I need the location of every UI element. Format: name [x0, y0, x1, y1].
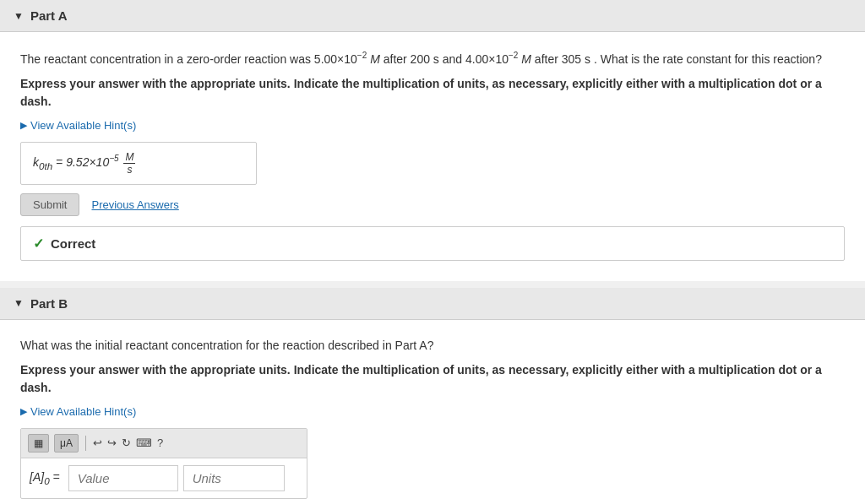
- part-a-prev-answers-link[interactable]: Previous Answers: [91, 198, 178, 211]
- toolbar-keyboard-icon[interactable]: ⌨: [136, 436, 152, 449]
- toolbar-separator-1: [85, 436, 86, 451]
- part-a-submit-button[interactable]: Submit: [20, 193, 79, 216]
- part-a-hint-link[interactable]: ▶ View Available Hint(s): [20, 119, 845, 132]
- part-a-question: The reactant concentration in a zero-ord…: [20, 49, 845, 68]
- toolbar-help-icon[interactable]: ?: [157, 436, 163, 449]
- part-a-content: The reactant concentration in a zero-ord…: [0, 32, 865, 281]
- part-b-hint-link[interactable]: ▶ View Available Hint(s): [20, 405, 845, 418]
- part-a-header: ▼ Part A: [0, 0, 865, 32]
- part-a-correct-box: ✓ Correct: [20, 226, 845, 261]
- part-b-hint-arrow: ▶: [20, 406, 27, 417]
- part-b-input-label: [A]0 =: [30, 470, 60, 486]
- correct-checkmark: ✓: [33, 236, 44, 252]
- correct-text: Correct: [51, 236, 95, 251]
- part-b-question: What was the initial reactant concentrat…: [20, 337, 845, 355]
- toolbar-mu-button[interactable]: μA: [54, 434, 79, 453]
- toolbar-redo-icon[interactable]: ↪: [107, 436, 117, 449]
- part-b-hint-label: View Available Hint(s): [30, 405, 136, 418]
- part-a-hint-arrow: ▶: [20, 120, 27, 131]
- part-b-units-input[interactable]: [183, 465, 285, 491]
- toolbar-refresh-icon[interactable]: ↻: [122, 436, 131, 449]
- part-b-input-area: ▦ μA ↩ ↪ ↻ ⌨ ? [A]0 =: [20, 428, 307, 499]
- part-b-title: Part B: [30, 296, 68, 311]
- part-a-hint-label: View Available Hint(s): [30, 119, 136, 132]
- matrix-icon: ▦: [34, 437, 43, 449]
- part-b-value-input[interactable]: [68, 465, 178, 491]
- part-b-content: What was the initial reactant concentrat…: [0, 320, 865, 504]
- part-b-section: ▼ Part B What was the initial reactant c…: [0, 288, 865, 504]
- page-container: ▼ Part A The reactant concentration in a…: [0, 0, 865, 504]
- part-b-instruction: Express your answer with the appropriate…: [20, 361, 845, 397]
- part-a-formula: k0th = 9.52×10−5 M s: [33, 155, 135, 169]
- toolbar-undo-icon[interactable]: ↩: [93, 436, 102, 449]
- part-a-submit-row: Submit Previous Answers: [20, 193, 845, 216]
- fraction-denominator: s: [125, 164, 133, 176]
- part-b-input-row: [A]0 =: [21, 458, 307, 498]
- part-a-collapse-arrow[interactable]: ▼: [14, 10, 24, 22]
- part-a-instruction: Express your answer with the appropriate…: [20, 75, 845, 111]
- mu-label: μA: [60, 437, 73, 449]
- part-a-section: ▼ Part A The reactant concentration in a…: [0, 0, 865, 281]
- part-a-title: Part A: [30, 8, 68, 23]
- part-a-fraction: M s: [123, 151, 135, 176]
- part-b-header: ▼ Part B: [0, 288, 865, 320]
- toolbar-matrix-button[interactable]: ▦: [28, 434, 49, 453]
- fraction-numerator: M: [123, 151, 135, 164]
- part-a-answer-box: k0th = 9.52×10−5 M s: [20, 142, 257, 185]
- part-b-collapse-arrow[interactable]: ▼: [14, 297, 24, 309]
- part-b-toolbar: ▦ μA ↩ ↪ ↻ ⌨ ?: [21, 429, 307, 458]
